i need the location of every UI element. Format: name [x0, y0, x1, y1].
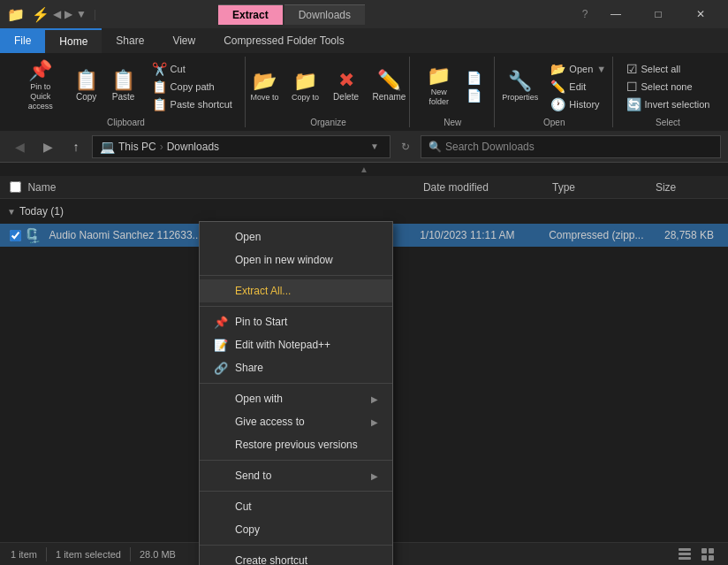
- item-type: Compressed (zipp...: [549, 229, 652, 241]
- new-folder-icon: 📁: [427, 66, 451, 86]
- down-title-icon[interactable]: ▼: [76, 8, 87, 20]
- collapse-arrow[interactable]: ▲: [0, 163, 728, 176]
- status-item-count: 1 item: [11, 549, 37, 560]
- ctx-edit-icon: 📝: [214, 339, 228, 352]
- ribbon-clipboard-group: 📌 Pin to Quick access 📋 Copy 📋 Paste ✂️ …: [7, 57, 246, 127]
- path-expand-btn[interactable]: ▼: [367, 141, 383, 151]
- tab-extract[interactable]: Extract: [218, 4, 283, 25]
- properties-btn[interactable]: 🔧 Properties: [497, 60, 543, 113]
- up-btn[interactable]: ↑: [64, 134, 88, 159]
- ctx-open-with-label: Open with: [235, 393, 283, 405]
- tiles-view-btn[interactable]: [698, 545, 717, 564]
- copy-path-btn[interactable]: 📋 Copy path: [147, 78, 238, 95]
- ctx-open-new-window[interactable]: Open in new window: [200, 248, 392, 271]
- group-today-label: Today (1): [19, 205, 64, 218]
- address-path[interactable]: 💻 This PC › Downloads ▼: [92, 135, 391, 158]
- new-item-btn[interactable]: 📄: [461, 69, 487, 87]
- tab-downloads[interactable]: Downloads: [284, 4, 365, 25]
- copy-icon: 📋: [74, 71, 98, 90]
- ribbon-open-group: 🔧 Properties 📂 Open ▼ ✏️ Edit 🕐 History: [497, 57, 613, 127]
- search-box[interactable]: 🔍 Search Downloads: [421, 135, 721, 158]
- ctx-access-label: Give access to: [235, 416, 305, 428]
- group-today: ▼ Today (1): [0, 199, 728, 224]
- select-label: Select: [656, 116, 680, 127]
- col-type-header[interactable]: Type: [549, 181, 652, 194]
- paste-btn[interactable]: 📋 Paste: [106, 60, 141, 113]
- ctx-share-icon: 🔗: [214, 362, 228, 375]
- pin-icon: 📌: [28, 61, 52, 80]
- item-checkbox[interactable]: [10, 230, 21, 241]
- move-to-btn[interactable]: 📂 Move to: [246, 60, 284, 113]
- drive-icon: 💻: [100, 140, 115, 154]
- refresh-btn[interactable]: ↻: [394, 135, 417, 158]
- pin-quick-access-btn[interactable]: 📌 Pin to Quick access: [14, 60, 67, 113]
- ctx-edit-notepad[interactable]: 📝 Edit with Notepad++: [200, 333, 392, 356]
- title-bar-left: 📁 ⚡ ◀ ▶ ▼ |: [7, 6, 218, 23]
- quick-access-icon[interactable]: ⚡: [32, 6, 49, 23]
- ctx-restore-versions[interactable]: Restore previous versions: [200, 433, 392, 456]
- easy-access-btn[interactable]: 📄: [461, 87, 487, 104]
- cut-btn[interactable]: ✂️ Cut: [147, 60, 238, 78]
- col-name-sort[interactable]: Name: [24, 181, 59, 194]
- help-btn[interactable]: ?: [576, 5, 594, 23]
- back-title-icon[interactable]: ◀: [53, 8, 61, 20]
- select-all-btn[interactable]: ☑ Select all: [621, 60, 716, 78]
- col-size-header[interactable]: Size: [652, 181, 721, 194]
- ribbon-tab-file[interactable]: File: [0, 28, 45, 53]
- back-btn[interactable]: ◀: [7, 134, 32, 159]
- close-btn[interactable]: ✕: [680, 0, 721, 28]
- ctx-give-access[interactable]: Give access to ▶: [200, 410, 392, 433]
- edit-btn[interactable]: ✏️ Edit: [545, 78, 611, 95]
- new-item-btns: 📄 📄: [461, 69, 487, 104]
- ribbon-tab-home[interactable]: Home: [45, 28, 102, 53]
- select-none-btn[interactable]: ☐ Select none: [621, 78, 716, 95]
- move-icon: 📂: [253, 72, 277, 91]
- ctx-extract-all[interactable]: Extract All...: [200, 279, 392, 302]
- svg-rect-3: [701, 548, 707, 554]
- ctx-edit-label: Edit with Notepad++: [235, 339, 330, 351]
- new-item-icon: 📄: [466, 71, 482, 85]
- select-all-checkbox[interactable]: [10, 181, 21, 193]
- status-sep-1: [46, 547, 47, 561]
- ctx-divider-4: [200, 460, 392, 461]
- organize-buttons: 📂 Move to 📁 Copy to ✖ Delete ✏️ Rename: [246, 57, 412, 116]
- app-icon: 📁: [7, 6, 25, 23]
- ctx-open[interactable]: Open: [200, 225, 392, 248]
- invert-selection-btn[interactable]: 🔄 Invert selection: [621, 95, 716, 113]
- ctx-cut-label: Cut: [235, 500, 252, 513]
- maximize-btn[interactable]: □: [638, 0, 679, 28]
- ribbon-tab-share[interactable]: Share: [102, 28, 158, 53]
- ribbon-tab-cft[interactable]: Compressed Folder Tools: [209, 28, 359, 53]
- rename-btn[interactable]: ✏️ Rename: [368, 60, 412, 113]
- details-view-btn[interactable]: [675, 545, 694, 564]
- delete-btn[interactable]: ✖ Delete: [327, 60, 366, 113]
- ctx-copy[interactable]: Copy: [200, 518, 392, 541]
- ctx-pin-start[interactable]: 📌 Pin to Start: [200, 310, 392, 333]
- header-checkbox[interactable]: [7, 181, 24, 193]
- paste-shortcut-btn[interactable]: 📋 Paste shortcut: [147, 95, 238, 113]
- ribbon-tab-view[interactable]: View: [158, 28, 209, 53]
- path-downloads[interactable]: Downloads: [167, 141, 219, 153]
- group-expand-icon[interactable]: ▼: [7, 207, 16, 217]
- copy-to-btn[interactable]: 📁 Copy to: [286, 60, 325, 113]
- minimize-btn[interactable]: —: [595, 0, 636, 28]
- path-this-pc[interactable]: This PC: [118, 141, 156, 153]
- ctx-divider-5: [200, 491, 392, 492]
- svg-rect-4: [709, 548, 714, 554]
- ctx-create-shortcut[interactable]: Create shortcut: [200, 549, 392, 565]
- open-dropdown-btn[interactable]: 📂 Open ▼: [545, 60, 611, 78]
- select-col: ☑ Select all ☐ Select none 🔄 Invert sele…: [621, 60, 716, 113]
- ctx-open-with[interactable]: Open with ▶: [200, 387, 392, 410]
- ctx-open-label: Open: [235, 231, 261, 243]
- copy-btn[interactable]: 📋 Copy: [69, 60, 104, 113]
- ctx-cut[interactable]: Cut: [200, 495, 392, 518]
- forward-btn[interactable]: ▶: [35, 134, 60, 159]
- forward-title-icon[interactable]: ▶: [64, 8, 72, 20]
- col-date-header[interactable]: Date modified: [420, 181, 549, 194]
- new-folder-btn[interactable]: 📁 New folder: [419, 60, 459, 113]
- ctx-send-to[interactable]: Send to ▶: [200, 464, 392, 487]
- ribbon-new-group: 📁 New folder 📄 📄 New: [412, 57, 495, 127]
- history-btn[interactable]: 🕐 History: [545, 95, 611, 113]
- ctx-share[interactable]: 🔗 Share: [200, 356, 392, 379]
- svg-rect-6: [709, 555, 714, 561]
